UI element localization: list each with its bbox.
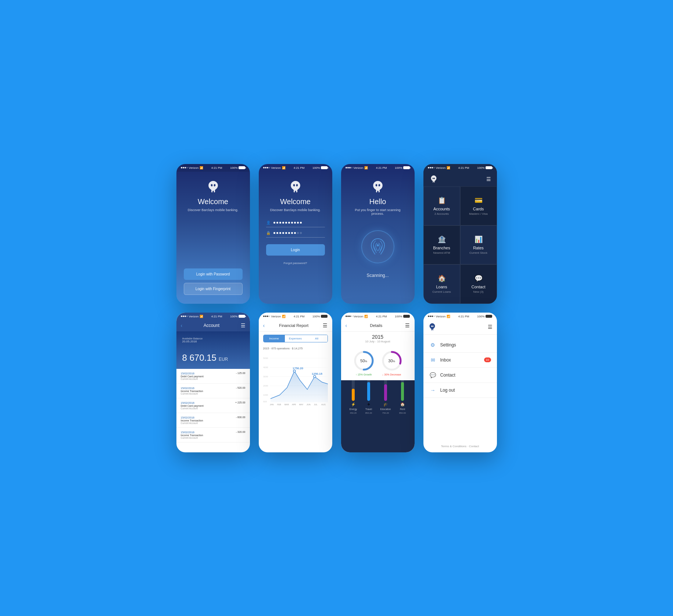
battery-1 (239, 166, 245, 169)
stat-decrease: 30% ↓ 30% Decrease (381, 350, 403, 376)
battery-3 (403, 166, 410, 169)
menu-icon-8[interactable]: ☰ (488, 324, 493, 330)
battery-6 (321, 315, 327, 318)
menu-icon-4[interactable]: ☰ (486, 176, 491, 182)
tab-income[interactable]: Income (264, 335, 285, 342)
screen6-header: ‹ Financial Report ☰ (259, 320, 332, 332)
table-row[interactable]: 15/02/2016 Income Transaction Current Ac… (176, 428, 250, 442)
signal-1 (181, 167, 188, 168)
barclays-logo-4 (429, 175, 438, 184)
status-bar-3: Verizon 📶 4:21 PM 100% (341, 164, 415, 172)
time-7: 4:21 PM (376, 315, 387, 318)
table-row[interactable]: 15/02/2016 Income Transaction Current Ac… (176, 384, 250, 398)
menu-branches[interactable]: 🏦 Branches Nearest ATM (423, 225, 460, 264)
contact-icon: 💬 (475, 274, 483, 282)
svg-text:FEB: FEB (277, 403, 281, 406)
bar-education: 🎓 Education 750.20 (380, 379, 391, 414)
menu-accounts[interactable]: 📋 Accounts 2 Accounts (423, 186, 460, 225)
tab-all[interactable]: All (306, 335, 327, 342)
table-row[interactable]: 15/02/2016 Income Transaction Current Ac… (176, 413, 250, 428)
inbox-label: Inbox (440, 357, 451, 363)
back-arrow-5[interactable]: ‹ (181, 323, 183, 328)
menu-icon-5[interactable]: ☰ (241, 323, 246, 328)
settings-item-contact[interactable]: 💬 Contact (423, 368, 497, 383)
menu-icon-6[interactable]: ☰ (323, 323, 327, 328)
screen2-subtitle: Discover Barclays mobile banking. (270, 208, 321, 212)
loans-sub: Current Loans (432, 290, 451, 293)
loans-icon: 🏠 (438, 274, 446, 282)
branches-icon: 🏦 (438, 235, 446, 243)
login-fingerprint-button[interactable]: Login with Fingerprint (184, 283, 243, 295)
menu-icon-7[interactable]: ☰ (405, 323, 410, 328)
branches-sub: Nearest ATM (433, 251, 450, 254)
status-right-1: 100% (230, 166, 245, 170)
rates-icon: 📊 (475, 235, 483, 243)
report-tabs: Income Expenses All (263, 335, 328, 342)
wifi-8: 📶 (447, 315, 450, 318)
fingerprint-scanner[interactable] (361, 230, 394, 263)
bar-travel: ✈ Travel 850.20 (365, 379, 372, 414)
education-icon: 🎓 (383, 402, 388, 406)
login-button[interactable]: Login (266, 244, 325, 256)
time-1: 4:21 PM (211, 166, 222, 170)
settings-menu: ⚙ Settings ✉ Inbox 10 💬 Contact → Log ou… (423, 335, 497, 401)
password-dots (273, 232, 302, 234)
settings-item-logout[interactable]: → Log out (423, 383, 497, 398)
status-bar-7: Verizon 📶 4:21 PM 100% (341, 313, 415, 320)
phone-screen-7: Verizon 📶 4:21 PM 100% ‹ Details ☰ 2015 … (341, 313, 415, 452)
chart-area: 5000 4000 3000 2000 1000 500 (259, 352, 332, 452)
phone-screen-8: Verizon 📶 4:21 PM 100% ☰ ⚙ Settings ✉ In… (423, 313, 497, 452)
svg-text:1000: 1000 (263, 394, 268, 396)
bars-row: ⚡ Energy 450.20 ✈ Travel 850.20 (346, 385, 410, 414)
details-year: 2015 (341, 332, 415, 340)
logout-icon: → (429, 387, 437, 393)
time-8: 4:21 PM (458, 315, 469, 318)
svg-point-13 (314, 375, 316, 378)
status-bar-2: Verizon 📶 4:21 PM 100% (259, 164, 332, 172)
logout-label: Log out (440, 388, 455, 393)
carrier-4: Verizon (436, 166, 446, 170)
table-row[interactable]: 15/02/2016 Debit Card payment Current Ac… (176, 398, 250, 413)
menu-loans[interactable]: 🏠 Loans Current Loans (423, 264, 460, 303)
dashboard-menu: 📋 Accounts 2 Accounts 💳 Cards Masterc / … (423, 186, 497, 304)
barclays-logo-3 (370, 179, 385, 194)
balance-date: 20.05.2016 (182, 340, 244, 343)
decrease-label: ↓ 30% Decrease (382, 373, 401, 376)
svg-text:500: 500 (263, 400, 267, 403)
wifi-1: 📶 (200, 166, 203, 170)
back-arrow-7[interactable]: ‹ (346, 323, 347, 328)
rent-icon: 🏠 (400, 402, 405, 406)
accounts-sub: 2 Accounts (434, 212, 449, 216)
screen3-subtitle: Put you finger to start scanning process… (348, 208, 407, 216)
forgot-password-link[interactable]: Forgot password? (283, 261, 307, 265)
svg-text:JUL: JUL (314, 403, 318, 406)
phone-screen-2: Verizon 📶 4:21 PM 100% Welcome Discover … (259, 164, 332, 304)
contact-label: Contact (472, 285, 486, 289)
settings-item-inbox[interactable]: ✉ Inbox 10 (423, 353, 497, 368)
username-field[interactable]: 👤 (266, 221, 325, 227)
svg-text:3000: 3000 (263, 375, 268, 378)
time-2: 4:21 PM (294, 166, 305, 170)
menu-cards[interactable]: 💳 Cards Masterc / Visa (460, 186, 497, 225)
wifi-7: 📶 (364, 315, 368, 318)
tab-expenses[interactable]: Expenses (285, 335, 306, 342)
back-arrow-6[interactable]: ‹ (263, 323, 265, 328)
password-field[interactable]: 🔒 (266, 231, 325, 238)
loans-label: Loans (436, 285, 447, 289)
carrier-3: Verizon (354, 166, 364, 170)
lock-icon: 🔒 (266, 231, 271, 235)
table-row[interactable]: 15/02/2016 Debit Card payment Current Ac… (176, 369, 250, 384)
branches-label: Branches (433, 246, 450, 250)
settings-gear-icon: ⚙ (429, 342, 437, 348)
menu-rates[interactable]: 📊 Rates Current Stock (460, 225, 497, 264)
login-password-button[interactable]: Login with Password (184, 268, 243, 280)
line-chart: 5000 4000 3000 2000 1000 500 (263, 355, 328, 406)
screen2-title: Welcome (280, 197, 311, 206)
menu-contact[interactable]: 💬 Contact New (3) (460, 264, 497, 303)
screen3-content: Hello Put you finger to start scanning p… (341, 172, 415, 304)
settings-item-settings[interactable]: ⚙ Settings (423, 338, 497, 353)
carrier-5: Verizon (189, 315, 199, 318)
svg-text:5000: 5000 (263, 357, 268, 359)
accounts-icon: 📋 (438, 196, 446, 204)
rates-label: Rates (473, 246, 484, 250)
